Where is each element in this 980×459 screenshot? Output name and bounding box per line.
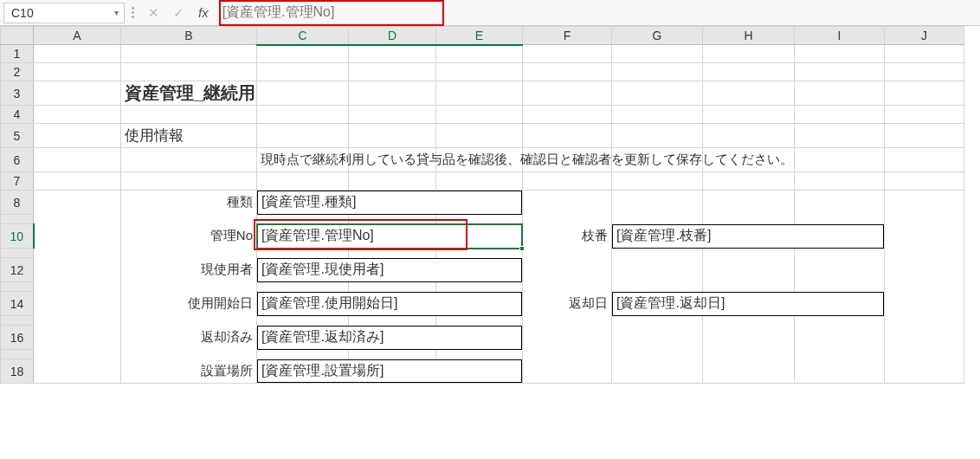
row-header[interactable]: 14: [1, 292, 34, 316]
row-header[interactable]: 18: [1, 359, 34, 384]
row-header[interactable]: 6: [1, 148, 34, 172]
row-header[interactable]: 10: [1, 224, 34, 249]
fx-icon[interactable]: fx: [198, 5, 209, 20]
col-header-h[interactable]: H: [703, 27, 795, 45]
name-box[interactable]: C10 ▾: [3, 3, 125, 23]
row-header[interactable]: 7: [1, 172, 34, 191]
label-user: 現使用者: [121, 260, 256, 280]
col-header-c[interactable]: C: [257, 27, 349, 45]
field-return[interactable]: [資産管理.返却日]: [612, 292, 884, 316]
field-location[interactable]: [資産管理.設置場所]: [257, 359, 522, 384]
row-header[interactable]: 4: [1, 106, 34, 124]
label-start: 使用開始日: [121, 294, 256, 314]
row-header[interactable]: 1: [1, 45, 34, 63]
formula-action-icons: ✕ ✓ fx: [148, 5, 209, 21]
name-box-value: C10: [11, 6, 34, 20]
col-header-a[interactable]: A: [34, 27, 121, 45]
col-header-d[interactable]: D: [349, 27, 436, 45]
formula-bar[interactable]: [資産管理.管理No]: [216, 3, 977, 23]
label-return: 返却日: [523, 294, 611, 314]
label-location: 設置場所: [121, 361, 256, 381]
cancel-icon: ✕: [148, 5, 159, 21]
instruction-text: 現時点で継続利用している貸与品を確認後、確認日と確認者を更新して保存してください…: [257, 150, 796, 170]
select-all-corner[interactable]: [1, 27, 34, 45]
field-returned[interactable]: [資産管理.返却済み]: [257, 326, 522, 350]
enter-icon: ✓: [173, 5, 184, 21]
formula-bar-value: [資産管理.管理No]: [222, 3, 335, 22]
field-user[interactable]: [資産管理.現使用者]: [257, 258, 522, 282]
subtitle: 使用情報: [121, 124, 256, 147]
field-sub[interactable]: [資産管理.枝番]: [612, 224, 884, 249]
label-type: 種類: [121, 192, 256, 212]
label-returned: 返却済み: [121, 327, 256, 347]
col-header-j[interactable]: J: [885, 27, 964, 45]
field-type[interactable]: [資産管理.種類]: [257, 191, 522, 215]
spreadsheet-area: A B C D E F G H I J 1 2 3 資産管理_継続用 4 5 使…: [0, 26, 980, 384]
col-header-b[interactable]: B: [121, 27, 257, 45]
col-header-i[interactable]: I: [795, 27, 885, 45]
col-header-g[interactable]: G: [612, 27, 703, 45]
field-start[interactable]: [資産管理.使用開始日]: [257, 292, 522, 316]
field-mgmt-no[interactable]: [資産管理.管理No]: [257, 224, 522, 249]
col-header-e[interactable]: E: [436, 27, 523, 45]
row-header[interactable]: 2: [1, 63, 34, 81]
grid[interactable]: A B C D E F G H I J 1 2 3 資産管理_継続用 4 5 使…: [0, 26, 964, 384]
row-header[interactable]: 8: [1, 191, 34, 215]
row-header[interactable]: 12: [1, 258, 34, 282]
label-mgmt-no: 管理No: [121, 226, 256, 246]
row-header[interactable]: 3: [1, 81, 34, 106]
page-title: 資産管理_継続用: [121, 80, 259, 107]
col-header-f[interactable]: F: [523, 27, 612, 45]
label-sub: 枝番: [523, 226, 611, 246]
toolbar-divider: [132, 3, 134, 23]
row-header[interactable]: 16: [1, 326, 34, 350]
name-box-dropdown-icon[interactable]: ▾: [108, 5, 124, 21]
row-header[interactable]: 5: [1, 124, 34, 148]
formula-toolbar: C10 ▾ ✕ ✓ fx [資産管理.管理No]: [0, 0, 980, 26]
